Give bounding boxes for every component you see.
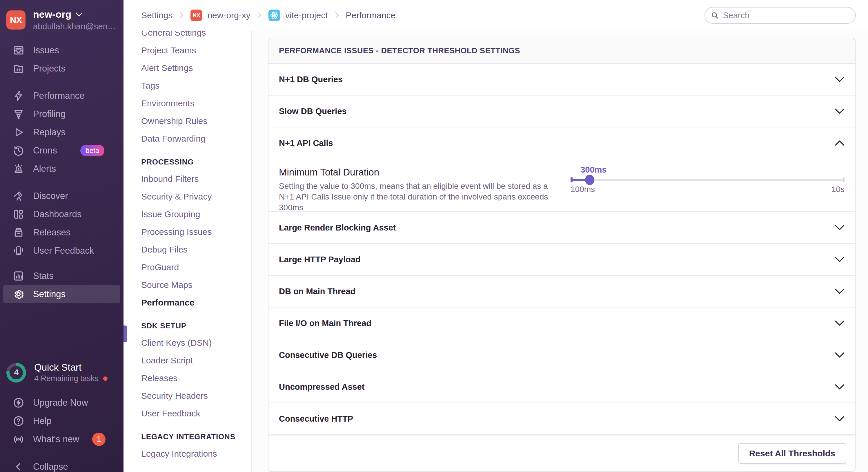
slider-track[interactable] (570, 179, 844, 181)
settings-nav-legacy-integrations[interactable]: Legacy Integrations (141, 445, 251, 463)
sidebar-item-settings[interactable]: Settings (3, 285, 120, 303)
breadcrumb-performance: Performance (346, 10, 396, 20)
quick-start-panel[interactable]: 4 Quick Start 4 Remaining tasks (0, 362, 124, 383)
chevron-left-icon (13, 461, 24, 472)
reset-all-thresholds-button[interactable]: Reset All Thresholds (738, 443, 846, 464)
play-icon (13, 127, 24, 138)
right-region: Settings NX new-org-xy vite-project Perf… (124, 0, 868, 472)
settings-nav-issue-grouping[interactable]: Issue Grouping (141, 205, 251, 223)
breadcrumb-project[interactable]: vite-project (269, 9, 328, 21)
sidebar-item-performance[interactable]: Performance (0, 87, 124, 105)
notification-dot (103, 376, 107, 381)
settings-nav-heading-sdk-setup: SDK SETUP (141, 318, 251, 334)
breadcrumb-settings[interactable]: Settings (141, 10, 173, 20)
sidebar-item-user-feedback[interactable]: User Feedback (0, 241, 124, 260)
projects-icon (13, 63, 24, 74)
detector-row-n1-api-calls[interactable]: N+1 API Calls (269, 127, 855, 159)
chevron-down-icon (835, 76, 844, 82)
quick-start-title: Quick Start (34, 362, 107, 373)
sidebar-item-dashboards[interactable]: Dashboards (0, 205, 124, 223)
breadcrumb-org[interactable]: NX new-org-xy (190, 9, 250, 21)
detector-row-slow-db-queries[interactable]: Slow DB Queries (269, 96, 855, 127)
chevron-down-icon (835, 289, 844, 294)
sidebar-nav: Issues Projects Performance Profiling Re… (0, 41, 124, 303)
threshold-description: Setting the value to 300ms, means that a… (279, 181, 553, 213)
settings-nav-environments[interactable]: Environments (141, 94, 251, 112)
sidebar-item-issues[interactable]: Issues (0, 41, 124, 59)
app-root: NX new-org abdullah.khan@sen… Issues Pro… (0, 0, 868, 472)
profiling-icon (13, 108, 24, 120)
main-content: PERFORMANCE ISSUES - DETECTOR THRESHOLD … (252, 31, 868, 472)
detector-row-db-on-main-thread[interactable]: DB on Main Thread (269, 276, 855, 307)
sidebar-item-upgrade-now[interactable]: Upgrade Now (0, 394, 124, 412)
settings-nav-loader-script[interactable]: Loader Script (141, 351, 251, 369)
settings-nav-tags[interactable]: Tags (141, 77, 251, 94)
slider-value-label: 300ms (580, 165, 844, 175)
sidebar-item-profiling[interactable]: Profiling (0, 105, 124, 123)
sidebar-item-stats[interactable]: Stats (0, 267, 124, 285)
sidebar-item-whats-new[interactable]: What's new 1 (0, 430, 124, 448)
settings-nav-processing-issues[interactable]: Processing Issues (141, 223, 251, 241)
primary-sidebar: NX new-org abdullah.khan@sen… Issues Pro… (0, 0, 124, 472)
sidebar-item-releases[interactable]: Releases (0, 223, 124, 241)
settings-nav-security-headers[interactable]: Security Headers (141, 387, 251, 405)
settings-nav-general-settings[interactable]: General Settings (141, 31, 251, 41)
org-switcher[interactable]: NX new-org abdullah.khan@sen… (0, 0, 124, 31)
detector-row-file-io-on-main-thread[interactable]: File I/O on Main Thread (269, 307, 855, 339)
chevron-down-icon (835, 108, 844, 114)
detector-row-large-render-blocking-asset[interactable]: Large Render Blocking Asset (269, 212, 855, 244)
settings-nav-inbound-filters[interactable]: Inbound Filters (141, 170, 251, 188)
upgrade-icon (13, 397, 24, 409)
sidebar-item-replays[interactable]: Replays (0, 123, 124, 141)
n1-api-calls-settings: Minimum Total Duration Setting the value… (269, 159, 855, 212)
settings-nav-ownership-rules[interactable]: Ownership Rules (141, 112, 251, 130)
settings-nav-user-feedback[interactable]: User Feedback (141, 405, 251, 422)
breadcrumb: Settings NX new-org-xy vite-project Perf… (141, 9, 396, 21)
settings-nav-source-maps[interactable]: Source Maps (141, 276, 251, 294)
chevron-down-icon (835, 352, 844, 358)
archive-icon (13, 227, 24, 238)
issues-icon (13, 44, 24, 56)
beta-badge: beta (80, 145, 104, 156)
settings-nav-data-forwarding[interactable]: Data Forwarding (141, 130, 251, 147)
duration-slider: 300ms 100ms 10s (570, 159, 844, 211)
detector-row-uncompressed-asset[interactable]: Uncompressed Asset (269, 371, 855, 403)
org-crumb-avatar: NX (190, 9, 202, 21)
settings-nav-performance[interactable]: Performance (141, 294, 251, 311)
gear-icon (13, 289, 24, 300)
sidebar-item-crons[interactable]: Crons beta (0, 141, 124, 160)
sidebar-item-discover[interactable]: Discover (0, 187, 124, 205)
top-header: Settings NX new-org-xy vite-project Perf… (124, 0, 868, 31)
settings-nav-security-privacy[interactable]: Security & Privacy (141, 188, 251, 205)
global-search[interactable] (705, 7, 856, 24)
settings-nav-releases[interactable]: Releases (141, 369, 251, 387)
quick-start-subtitle: 4 Remaining tasks (34, 374, 99, 383)
quick-start-progress-ring: 4 (6, 363, 26, 382)
detector-row-consecutive-db-queries[interactable]: Consecutive DB Queries (269, 339, 855, 371)
settings-secondary-nav: General Settings Project Teams Alert Set… (124, 31, 252, 472)
sidebar-item-projects[interactable]: Projects (0, 59, 124, 78)
settings-nav-project-teams[interactable]: Project Teams (141, 41, 251, 59)
detector-row-n1-db-queries[interactable]: N+1 DB Queries (269, 64, 855, 96)
detector-row-consecutive-http[interactable]: Consecutive HTTP (269, 403, 855, 435)
settings-nav-debug-files[interactable]: Debug Files (141, 241, 251, 258)
detector-row-large-http-payload[interactable]: Large HTTP Payload (269, 244, 855, 276)
chevron-down-icon (835, 384, 844, 390)
clock-history-icon (13, 145, 24, 156)
bar-chart-icon (13, 270, 24, 282)
chevron-down-icon (835, 257, 844, 262)
search-icon (711, 11, 719, 20)
chevron-right-icon (257, 11, 262, 20)
whats-new-badge: 1 (92, 433, 105, 446)
settings-nav-proguard[interactable]: ProGuard (141, 258, 251, 276)
settings-nav-client-keys[interactable]: Client Keys (DSN) (141, 334, 251, 351)
slider-thumb[interactable] (585, 175, 594, 185)
feedback-icon (13, 245, 24, 257)
settings-nav-alert-settings[interactable]: Alert Settings (141, 59, 251, 77)
sidebar-item-alerts[interactable]: Alerts (0, 160, 124, 178)
sidebar-item-help[interactable]: Help (0, 412, 124, 430)
broadcast-icon (13, 434, 24, 445)
sidebar-collapse-button[interactable]: Collapse (0, 458, 124, 472)
settings-nav-heading-legacy-integrations: LEGACY INTEGRATIONS (141, 429, 251, 445)
search-input[interactable] (723, 11, 849, 20)
